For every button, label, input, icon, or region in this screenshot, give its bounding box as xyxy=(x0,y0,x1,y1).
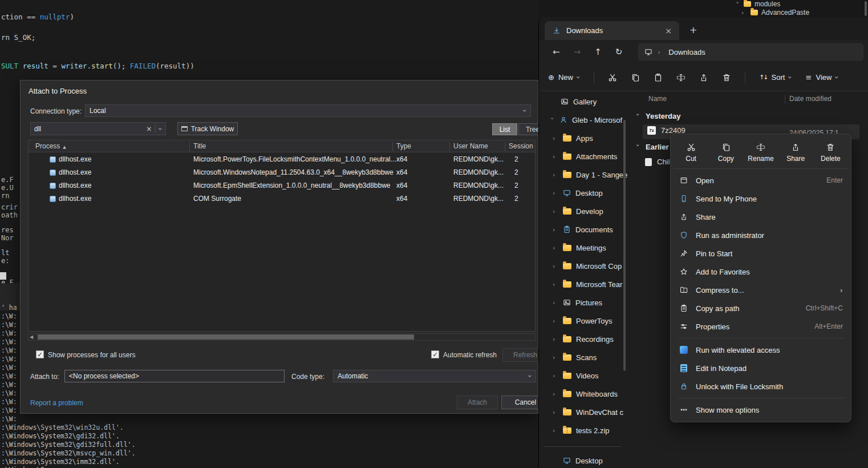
sidebar-scrollbar[interactable] xyxy=(623,120,626,371)
menu-item-share[interactable]: Share xyxy=(674,208,848,226)
share-icon[interactable] xyxy=(699,73,708,82)
group-yesterday[interactable]: › Yesterday xyxy=(635,112,680,120)
scrollbar-thumb[interactable] xyxy=(38,334,414,340)
paste-icon[interactable] xyxy=(654,73,663,82)
table-row[interactable]: dllhost.exe COM Surrogate x64 REDMOND\gk… xyxy=(29,192,535,205)
chevron-right-icon[interactable]: › xyxy=(553,409,558,416)
menu-item-show-more-options[interactable]: Show more options xyxy=(674,401,848,419)
close-icon[interactable]: × xyxy=(663,26,674,35)
menu-item-copy-as-path[interactable]: Copy as path Ctrl+Shift+C xyxy=(674,299,848,317)
column-header-type[interactable]: Type xyxy=(396,142,411,150)
address-bar[interactable]: › Downloads xyxy=(638,43,863,60)
scroll-left-icon[interactable]: ◀ xyxy=(30,334,33,340)
chevron-right-icon[interactable]: › xyxy=(553,263,558,270)
sidebar-item-pictures[interactable]: › Pictures xyxy=(553,294,602,311)
column-header-title[interactable]: Title xyxy=(193,142,206,150)
chevron-down-icon[interactable] xyxy=(157,127,165,130)
chevron-right-icon[interactable]: › xyxy=(553,427,558,434)
code-type-dropdown[interactable]: Automatic xyxy=(333,370,536,382)
menu-item-pin-to-start[interactable]: Pin to Start xyxy=(674,244,848,263)
chevron-right-icon[interactable]: › xyxy=(553,226,558,233)
sidebar-item-microsoft-tear[interactable]: › Microsoft Tear xyxy=(553,276,622,293)
back-button[interactable]: ← xyxy=(553,47,560,57)
copy-button[interactable]: Copy xyxy=(708,137,743,168)
chevron-down-icon[interactable]: › xyxy=(634,114,642,119)
cut-button[interactable]: Cut xyxy=(674,137,708,168)
sidebar-item-apps[interactable]: › Apps xyxy=(553,130,593,147)
clear-filter-icon[interactable]: × xyxy=(146,125,152,133)
sidebar-item-documents[interactable]: › Documents xyxy=(553,221,613,238)
column-header-user[interactable]: User Name xyxy=(453,142,488,150)
chevron-right-icon[interactable]: › xyxy=(553,299,558,306)
menu-item-edit-in-notepad[interactable]: Edit in Notepad xyxy=(674,359,848,377)
column-header-name[interactable]: Name xyxy=(648,95,667,103)
column-header-date-modified[interactable]: Date modified xyxy=(789,95,832,103)
group-earlier[interactable]: › Earlier t xyxy=(635,143,673,151)
chevron-right-icon[interactable]: › xyxy=(553,135,558,142)
rename-icon[interactable] xyxy=(676,73,686,82)
sidebar-item-desktop-bottom[interactable]: Desktop xyxy=(563,452,603,468)
tree-item-modules[interactable]: › modules xyxy=(735,0,780,8)
chevron-right-icon[interactable]: › xyxy=(553,171,558,179)
tree-item-advancedpaste[interactable]: › AdvancedPaste xyxy=(741,9,809,17)
menu-item-unlock-file-locksmith[interactable]: Unlock with File Locksmith xyxy=(674,377,848,396)
table-row[interactable]: dllhost.exe Microsoft.EpmShellExtension_… xyxy=(29,179,535,192)
menu-item-run-as-administrator[interactable]: Run as administrator xyxy=(674,226,848,244)
attach-to-field[interactable]: <No process selected> xyxy=(64,370,285,382)
sidebar-item-gallery[interactable]: Gallery xyxy=(561,93,597,110)
sidebar-item-microsoft-cop[interactable]: › Microsoft Cop xyxy=(553,257,622,275)
chevron-right-icon[interactable]: › xyxy=(553,208,558,215)
auto-refresh-checkbox[interactable] xyxy=(431,350,439,358)
chevron-right-icon[interactable]: › xyxy=(553,244,558,252)
sidebar-item-tests-zip[interactable]: › tests 2.zip xyxy=(553,422,610,439)
share-button[interactable]: Share xyxy=(778,137,813,168)
column-header-session[interactable]: Session xyxy=(509,142,533,150)
chevron-right-icon[interactable]: › xyxy=(553,317,558,325)
chevron-right-icon[interactable]: › xyxy=(553,390,558,398)
sidebar-item-attachments[interactable]: › Attachments xyxy=(553,148,617,165)
sidebar-item-develop[interactable]: › Develop xyxy=(553,203,603,220)
track-window-button[interactable]: Track Window xyxy=(177,122,238,135)
attach-button[interactable]: Attach xyxy=(457,396,498,409)
sidebar-item-scans[interactable]: › Scans xyxy=(553,349,597,366)
sidebar-item-powertoys[interactable]: › PowerToys xyxy=(553,312,613,329)
chevron-right-icon[interactable]: › xyxy=(553,281,558,288)
sidebar-item-day1[interactable]: › Day 1 - Sangee xyxy=(553,166,627,183)
view-button[interactable]: ≡ View xyxy=(806,73,839,82)
list-toggle-button[interactable]: List xyxy=(492,123,517,135)
sidebar-item-windevchat[interactable]: › WinDevChat c xyxy=(553,404,623,421)
copy-icon[interactable] xyxy=(631,73,640,82)
sort-button[interactable]: ↑↓ Sort xyxy=(759,73,792,82)
scrollbar[interactable] xyxy=(865,1,867,16)
up-button[interactable]: ↑ xyxy=(594,47,602,57)
show-all-users-checkbox[interactable] xyxy=(36,350,44,358)
table-row[interactable]: dllhost.exe Microsoft.WindowsNotepad_11.… xyxy=(29,166,535,179)
table-row[interactable]: dllhost.exe Microsoft.PowerToys.FileLock… xyxy=(29,153,535,166)
forward-button[interactable]: → xyxy=(574,47,581,57)
horizontal-scrollbar[interactable]: ◀ xyxy=(28,333,536,341)
menu-item-run-with-elevated-access[interactable]: Run with elevated access xyxy=(674,341,848,359)
menu-item-compress-to[interactable]: Compress to... › xyxy=(674,281,848,299)
chevron-down-icon[interactable]: › xyxy=(634,144,642,150)
sidebar-item-desktop[interactable]: › Desktop xyxy=(553,184,603,201)
delete-button[interactable]: Delete xyxy=(813,137,848,168)
sidebar-item-onedrive[interactable]: › Gleb - Microsof xyxy=(549,111,622,128)
new-button[interactable]: ⊕ New xyxy=(548,73,580,82)
menu-item-send-to-phone[interactable]: Send to My Phone xyxy=(674,189,848,208)
menu-item-add-to-favorites[interactable]: Add to Favorites xyxy=(674,263,848,281)
sidebar-item-videos[interactable]: › Videos xyxy=(553,367,599,384)
connection-type-dropdown[interactable]: Local xyxy=(85,104,531,117)
new-tab-button[interactable]: + xyxy=(689,25,697,35)
rename-button[interactable]: Rename xyxy=(743,137,778,168)
process-filter-input[interactable]: dll × xyxy=(30,122,166,135)
sidebar-item-whiteboards[interactable]: › Whiteboards xyxy=(553,385,618,402)
delete-icon[interactable] xyxy=(722,73,731,82)
sidebar-item-meetings[interactable]: › Meetings xyxy=(553,239,606,256)
chevron-right-icon[interactable]: › xyxy=(553,153,558,160)
column-header-process[interactable]: Process xyxy=(35,142,66,150)
chevron-right-icon[interactable]: › xyxy=(553,336,558,343)
report-problem-link[interactable]: Report a problem xyxy=(30,399,83,407)
menu-item-properties[interactable]: Properties Alt+Enter xyxy=(674,317,848,336)
chevron-right-icon[interactable]: › xyxy=(553,189,558,197)
menu-item-open[interactable]: Open Enter xyxy=(674,171,848,189)
